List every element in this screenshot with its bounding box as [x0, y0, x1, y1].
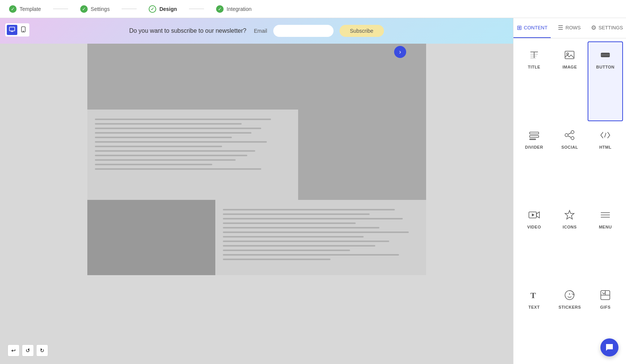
- panel-toggle-button[interactable]: ›: [394, 46, 406, 58]
- redo-button[interactable]: ↻: [36, 344, 48, 356]
- template-check-icon: ✓: [9, 5, 17, 13]
- right-panel: ⊞ CONTENT ☰ ROWS ⚙ SETTINGS: [513, 18, 626, 364]
- svg-line-21: [605, 133, 606, 137]
- text-lines-group: [95, 119, 291, 170]
- text-line: [95, 164, 212, 165]
- text-line: [95, 141, 267, 143]
- svg-point-32: [569, 293, 570, 294]
- stickers-item-label: STICKERS: [559, 305, 581, 309]
- svg-marker-24: [532, 213, 535, 216]
- text-column-left[interactable]: [87, 110, 298, 200]
- text-line: [223, 213, 370, 215]
- canvas-toolbar: ↩ ↺ ↻: [8, 344, 48, 356]
- stickers-icon: [564, 289, 576, 301]
- social-icon: [564, 129, 576, 141]
- image-item-label: IMAGE: [562, 65, 577, 69]
- icons-icon: [564, 209, 576, 221]
- tab-content[interactable]: ⊞ CONTENT: [513, 18, 551, 38]
- top-navigation: ✓ Template ✓ Settings ✓ Design ✓ Integra…: [0, 0, 626, 18]
- text-line: [223, 231, 409, 233]
- canvas-area[interactable]: › Do you want to subscribe to our newsle…: [0, 18, 513, 364]
- text-line: [223, 236, 364, 238]
- text-line: [95, 137, 232, 138]
- svg-line-19: [568, 133, 571, 134]
- email-input[interactable]: [273, 25, 334, 37]
- nav-divider-2: [122, 9, 137, 9]
- content-item-divider[interactable]: DIVIDER: [516, 122, 552, 201]
- content-tab-icon: ⊞: [517, 24, 522, 31]
- divider-icon: [528, 129, 540, 141]
- nav-step-integration[interactable]: ✓ Integration: [216, 5, 251, 13]
- hero-image-placeholder[interactable]: [87, 44, 426, 110]
- integration-check-icon: ✓: [216, 5, 224, 13]
- content-item-image[interactable]: IMAGE: [552, 41, 588, 121]
- content-item-title[interactable]: TITLE: [516, 41, 552, 121]
- canvas-content: [87, 44, 426, 298]
- image-column-right[interactable]: [298, 110, 426, 200]
- icons-item-label: ICONS: [563, 225, 577, 229]
- svg-point-10: [567, 53, 569, 55]
- tab-settings[interactable]: ⚙ SETTINGS: [588, 18, 626, 38]
- settings-check-icon: ✓: [80, 5, 88, 13]
- text-line: [95, 123, 242, 125]
- text-line: [95, 128, 261, 129]
- svg-rect-0: [9, 27, 15, 31]
- desktop-view-button[interactable]: [7, 25, 17, 35]
- newsletter-form: Email Subscribe: [254, 25, 384, 37]
- text-line: [95, 159, 236, 161]
- text-line: [223, 227, 379, 228]
- text-line: [223, 222, 356, 224]
- content-item-menu[interactable]: MENU: [588, 201, 623, 281]
- nav-step-template[interactable]: ✓ Template: [9, 5, 41, 13]
- svg-point-17: [571, 131, 574, 134]
- tab-rows[interactable]: ☰ ROWS: [551, 18, 588, 38]
- text-line: [223, 245, 376, 247]
- nav-step-design[interactable]: ✓ Design: [149, 5, 177, 13]
- html-icon: [599, 129, 611, 141]
- text-line: [95, 150, 255, 152]
- svg-marker-23: [536, 212, 539, 218]
- svg-rect-14: [530, 136, 539, 137]
- two-col-text-image: [87, 110, 426, 200]
- menu-icon: [599, 209, 611, 221]
- nav-divider-3: [189, 9, 204, 9]
- content-item-stickers[interactable]: STICKERS: [552, 282, 588, 361]
- content-item-social[interactable]: SOCIAL: [552, 122, 588, 201]
- svg-text:T: T: [530, 291, 536, 300]
- main-layout: › Do you want to subscribe to our newsle…: [0, 18, 626, 364]
- svg-rect-13: [530, 132, 539, 134]
- text-line: [223, 254, 399, 256]
- rows-tab-label: ROWS: [565, 25, 580, 30]
- integration-label: Integration: [227, 6, 251, 12]
- title-item-label: TITLE: [528, 65, 540, 69]
- social-item-label: SOCIAL: [561, 145, 578, 149]
- content-item-icons[interactable]: ICONS: [552, 201, 588, 281]
- undo-button[interactable]: ↺: [22, 344, 34, 356]
- chat-button[interactable]: [600, 338, 618, 356]
- text-icon: T: [528, 289, 540, 301]
- content-tab-label: CONTENT: [524, 25, 548, 30]
- html-item-label: HTML: [599, 145, 612, 149]
- svg-line-20: [568, 136, 571, 137]
- svg-rect-1: [11, 31, 13, 32]
- svg-rect-15: [530, 139, 536, 140]
- settings-tab-label: SETTINGS: [599, 25, 623, 30]
- newsletter-banner: Do you want to subscribe to our newslett…: [0, 18, 513, 44]
- content-item-html[interactable]: HTML: [588, 122, 623, 201]
- content-item-video[interactable]: VIDEO: [516, 201, 552, 281]
- text-line: [95, 146, 222, 147]
- gifs-icon: [599, 289, 611, 301]
- content-item-button[interactable]: BUTTON: [588, 41, 623, 121]
- email-label: Email: [254, 28, 267, 34]
- image-column-left[interactable]: [87, 200, 215, 275]
- text-lines-group-right: [223, 209, 419, 260]
- mobile-view-button[interactable]: [19, 25, 28, 35]
- content-item-text[interactable]: T TEXT: [516, 282, 552, 361]
- text-line: [95, 119, 271, 120]
- panel-tabs: ⊞ CONTENT ☰ ROWS ⚙ SETTINGS: [513, 18, 626, 38]
- subscribe-button[interactable]: Subscribe: [340, 25, 384, 37]
- nav-step-settings[interactable]: ✓ Settings: [80, 5, 110, 13]
- text-column-right[interactable]: [215, 200, 426, 275]
- reset-button[interactable]: ↩: [8, 344, 20, 356]
- text-line: [223, 209, 395, 210]
